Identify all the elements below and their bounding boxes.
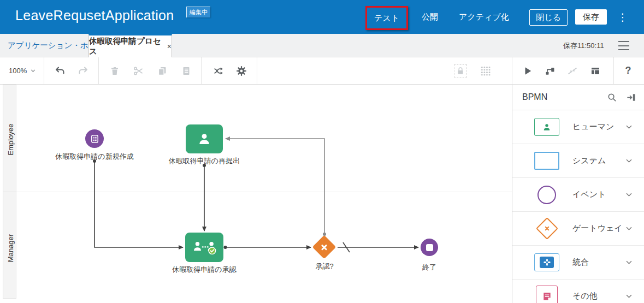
save-button[interactable]: 保存: [575, 9, 607, 25]
editing-status-badge: 編集中: [186, 7, 210, 17]
merge-icon[interactable]: [562, 57, 583, 84]
activate-button[interactable]: アクティブ化: [452, 0, 516, 34]
play-icon[interactable]: [517, 57, 538, 84]
palette-item-label: ゲートウェイ: [572, 223, 623, 234]
palette-item-label: 統合: [572, 257, 589, 268]
node-start-label: 休暇取得申請の新規作成: [40, 152, 149, 162]
app-title: LeaveRequsetApplication: [15, 8, 174, 23]
chevron-down-icon: [30, 68, 36, 74]
shuffle-icon[interactable]: [208, 57, 229, 84]
other-note-icon: [536, 286, 558, 303]
undo-icon[interactable]: [50, 57, 70, 84]
node-end-event[interactable]: [421, 239, 438, 256]
trash-icon[interactable]: [104, 57, 125, 84]
help-icon[interactable]: ?: [618, 57, 639, 84]
toolbar-separator: [44, 57, 44, 84]
grid-snap-icon[interactable]: [475, 57, 495, 84]
lane-employee-label: Employee: [7, 99, 15, 181]
test-button[interactable]: テスト: [374, 13, 399, 23]
person-icon: [197, 132, 212, 147]
palette-item-label: ヒューマン: [572, 122, 614, 132]
process-canvas[interactable]: Employee Manager: [0, 85, 512, 303]
form-icon: [90, 134, 100, 144]
event-icon: [537, 186, 556, 204]
palette-item-label: その他: [572, 291, 598, 301]
overflow-menu-icon[interactable]: ⋮: [616, 0, 629, 34]
node-approve-label: 休暇取得申請の承認: [150, 265, 259, 275]
node-resubmit-label: 休暇取得申請の再提出: [150, 156, 259, 166]
toolbar-separator: [512, 57, 512, 84]
flow-test-icon[interactable]: [540, 57, 560, 84]
chevron-down-icon[interactable]: [625, 123, 633, 131]
tab-list-menu-icon[interactable]: [618, 41, 629, 50]
copy-icon[interactable]: [152, 57, 173, 84]
lane-manager-label: Manager: [7, 207, 15, 289]
toolbar-separator: [201, 57, 202, 84]
lock-icon[interactable]: [450, 57, 471, 84]
app-header: LeaveRequsetApplication 編集中 テスト 公開 アクティブ…: [0, 0, 644, 34]
tab-close-icon[interactable]: ×: [167, 42, 172, 51]
chevron-down-icon[interactable]: [625, 292, 633, 300]
lane-employee[interactable]: Employee: [3, 85, 16, 192]
chevron-down-icon[interactable]: [625, 258, 633, 266]
palette-item-event[interactable]: イベント: [512, 178, 644, 212]
palette-item-gateway[interactable]: ゲートウェイ: [512, 212, 644, 246]
palette-item-integration[interactable]: 統合: [512, 246, 644, 280]
gear-icon[interactable]: [231, 57, 252, 84]
publish-button[interactable]: 公開: [415, 0, 445, 34]
human-task-icon: [534, 118, 559, 136]
approval-persons-icon: [192, 239, 217, 256]
toolbar-separator: [257, 57, 257, 84]
node-approval-gateway[interactable]: [312, 235, 336, 259]
toolbar-separator: [613, 57, 614, 84]
palette-item-label: システム: [572, 156, 606, 166]
palette-header: BPMN: [512, 85, 644, 110]
node-gateway-label: 承認?: [297, 262, 352, 271]
integration-icon: [534, 253, 559, 271]
process-designer-window: LeaveRequsetApplication 編集中 テスト 公開 アクティブ…: [0, 0, 644, 303]
redo-icon[interactable]: [73, 57, 93, 84]
node-resubmit-task[interactable]: [186, 124, 223, 153]
palette-item-system[interactable]: システム: [512, 144, 644, 178]
lane-divider: [16, 192, 512, 192]
search-icon[interactable]: [607, 92, 617, 103]
zoom-level: 100%: [9, 67, 27, 75]
close-button[interactable]: 閉じる: [529, 9, 568, 26]
form-panel-icon[interactable]: [585, 57, 606, 84]
palette-item-human[interactable]: ヒューマン: [512, 110, 644, 144]
zoom-dropdown[interactable]: 100%: [9, 57, 36, 84]
saved-timestamp: 保存11:50:11: [563, 34, 604, 57]
system-task-icon: [534, 152, 559, 170]
paste-icon[interactable]: [176, 57, 197, 84]
node-approve-task[interactable]: [185, 233, 223, 262]
palette-title: BPMN: [522, 92, 547, 102]
stop-square-icon: [426, 244, 433, 251]
annotation-highlight-box: テスト: [365, 6, 408, 30]
chevron-down-icon[interactable]: [625, 224, 633, 233]
palette-item-other[interactable]: その他: [512, 280, 644, 303]
tab-process-label: 休暇取得申請プロセス: [89, 36, 162, 57]
gateway-icon: [535, 217, 558, 240]
node-end-label: 終了: [402, 263, 457, 272]
lane-manager[interactable]: Manager: [3, 192, 16, 299]
x-mark-icon: [320, 242, 329, 252]
chevron-down-icon[interactable]: [625, 191, 633, 199]
collapse-panel-icon[interactable]: [626, 92, 636, 103]
designer-toolbar: 100%: [0, 57, 644, 85]
tab-process-active[interactable]: 休暇取得申請プロセス ×: [88, 34, 172, 57]
toolbar-separator: [98, 57, 99, 84]
palette-item-label: イベント: [572, 189, 606, 200]
tab-bar: アプリケーション・ホーム 休暇取得申請プロセス × 保存11:50:11: [0, 34, 644, 57]
bpmn-palette: BPMN ヒューマン システム イベント: [512, 85, 644, 303]
node-start-event[interactable]: [85, 129, 104, 148]
cut-icon[interactable]: [128, 57, 149, 84]
chevron-down-icon[interactable]: [625, 157, 633, 165]
